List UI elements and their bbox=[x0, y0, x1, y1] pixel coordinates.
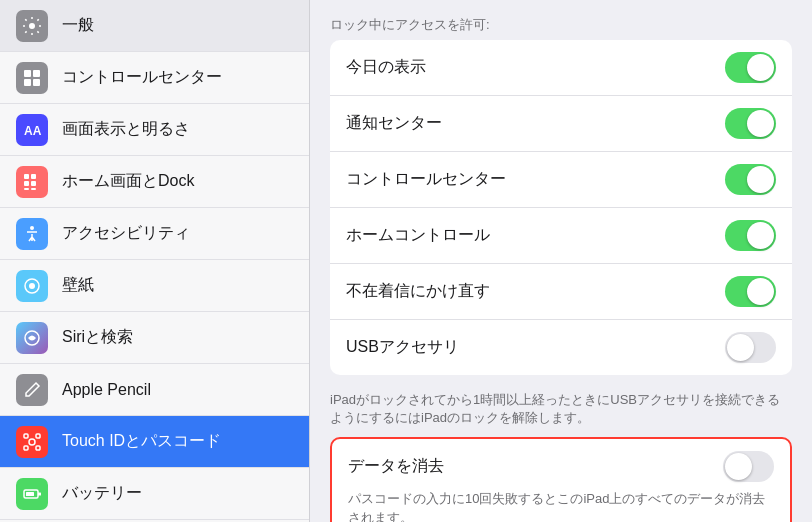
wallpaper-icon bbox=[16, 270, 48, 302]
toggle-today[interactable] bbox=[725, 52, 776, 83]
toggle-usb[interactable] bbox=[725, 332, 776, 363]
sidebar-item-access[interactable]: アクセシビリティ bbox=[0, 208, 309, 260]
toggle-knob bbox=[725, 453, 752, 480]
sidebar-item-label-touchid: Touch IDとパスコード bbox=[62, 431, 221, 452]
sidebar-item-display[interactable]: AA画面表示と明るさ bbox=[0, 104, 309, 156]
sidebar-item-label-home: ホーム画面とDock bbox=[62, 171, 194, 192]
delete-data-section: データを消去 パスコードの入力に10回失敗するとこのiPad上のすべてのデータが… bbox=[330, 437, 792, 522]
sidebar-item-pencil[interactable]: Apple Pencil bbox=[0, 364, 309, 416]
sidebar-item-general[interactable]: 一般 bbox=[0, 0, 309, 52]
svg-rect-17 bbox=[36, 434, 40, 438]
toggle-notification[interactable] bbox=[725, 108, 776, 139]
toggle-knob-home_control bbox=[747, 222, 774, 249]
settings-row-usb: USBアクセサリ bbox=[330, 320, 792, 375]
svg-rect-9 bbox=[31, 181, 36, 186]
svg-point-20 bbox=[29, 439, 35, 445]
sidebar: 一般コントロールセンターAA画面表示と明るさホーム画面とDockアクセシビリティ… bbox=[0, 0, 310, 522]
sidebar-item-label-display: 画面表示と明るさ bbox=[62, 119, 190, 140]
svg-rect-3 bbox=[24, 79, 31, 86]
svg-text:AA: AA bbox=[24, 124, 42, 138]
row-label-today: 今日の表示 bbox=[346, 57, 426, 78]
settings-row-home_control: ホームコントロール bbox=[330, 208, 792, 264]
toggle-knob-missed_calls bbox=[747, 278, 774, 305]
delete-toggle[interactable] bbox=[723, 451, 774, 482]
lock-access-group: 今日の表示通知センターコントロールセンターホームコントロール不在着信にかけ直すU… bbox=[330, 40, 792, 375]
toggle-knob-control_center bbox=[747, 166, 774, 193]
svg-rect-11 bbox=[31, 188, 36, 190]
svg-rect-19 bbox=[36, 446, 40, 450]
touchid-icon bbox=[16, 426, 48, 458]
svg-rect-23 bbox=[26, 492, 34, 496]
row-label-usb: USBアクセサリ bbox=[346, 337, 459, 358]
general-icon bbox=[16, 10, 48, 42]
sidebar-item-label-control: コントロールセンター bbox=[62, 67, 222, 88]
sidebar-item-label-general: 一般 bbox=[62, 15, 94, 36]
battery-icon bbox=[16, 478, 48, 510]
svg-point-12 bbox=[30, 226, 34, 230]
section-header: ロック中にアクセスを許可: bbox=[310, 0, 812, 40]
row-label-notification: 通知センター bbox=[346, 113, 442, 134]
sidebar-item-control[interactable]: コントロールセンター bbox=[0, 52, 309, 104]
usb-description: iPadがロックされてから1時間以上経ったときにUSBアクセサリを接続できるよう… bbox=[310, 391, 812, 437]
svg-rect-2 bbox=[33, 70, 40, 77]
sidebar-item-wallpaper[interactable]: 壁紙 bbox=[0, 260, 309, 312]
delete-label: データを消去 bbox=[348, 456, 444, 477]
svg-rect-8 bbox=[24, 181, 29, 186]
control-icon bbox=[16, 62, 48, 94]
svg-rect-18 bbox=[24, 446, 28, 450]
display-icon: AA bbox=[16, 114, 48, 146]
sidebar-item-label-battery: バッテリー bbox=[62, 483, 142, 504]
sidebar-item-label-wallpaper: 壁紙 bbox=[62, 275, 94, 296]
toggle-home_control[interactable] bbox=[725, 220, 776, 251]
toggle-knob-usb bbox=[727, 334, 754, 361]
sidebar-item-siri[interactable]: Siriと検索 bbox=[0, 312, 309, 364]
svg-rect-16 bbox=[24, 434, 28, 438]
row-label-home_control: ホームコントロール bbox=[346, 225, 490, 246]
svg-rect-4 bbox=[33, 79, 40, 86]
delete-description: パスコードの入力に10回失敗するとこのiPad上のすべてのデータが消去されます。 bbox=[348, 490, 774, 522]
svg-point-0 bbox=[29, 23, 35, 29]
toggle-control_center[interactable] bbox=[725, 164, 776, 195]
pencil-icon bbox=[16, 374, 48, 406]
home-icon bbox=[16, 166, 48, 198]
row-label-missed_calls: 不在着信にかけ直す bbox=[346, 281, 490, 302]
settings-row-missed_calls: 不在着信にかけ直す bbox=[330, 264, 792, 320]
settings-row-notification: 通知センター bbox=[330, 96, 792, 152]
svg-rect-1 bbox=[24, 70, 31, 77]
sidebar-item-battery[interactable]: バッテリー bbox=[0, 468, 309, 520]
access-icon bbox=[16, 218, 48, 250]
siri-icon bbox=[16, 322, 48, 354]
row-label-control_center: コントロールセンター bbox=[346, 169, 506, 190]
toggle-missed_calls[interactable] bbox=[725, 276, 776, 307]
svg-rect-10 bbox=[24, 188, 29, 190]
toggle-knob-today bbox=[747, 54, 774, 81]
svg-point-14 bbox=[29, 283, 35, 289]
sidebar-item-label-access: アクセシビリティ bbox=[62, 223, 190, 244]
svg-rect-22 bbox=[38, 492, 41, 495]
svg-rect-6 bbox=[24, 174, 29, 179]
sidebar-item-label-siri: Siriと検索 bbox=[62, 327, 133, 348]
sidebar-item-home[interactable]: ホーム画面とDock bbox=[0, 156, 309, 208]
svg-rect-7 bbox=[31, 174, 36, 179]
settings-row-today: 今日の表示 bbox=[330, 40, 792, 96]
settings-row-control_center: コントロールセンター bbox=[330, 152, 792, 208]
sidebar-item-label-pencil: Apple Pencil bbox=[62, 381, 151, 399]
main-content: ロック中にアクセスを許可: 今日の表示通知センターコントロールセンターホームコン… bbox=[310, 0, 812, 522]
sidebar-item-touchid[interactable]: Touch IDとパスコード bbox=[0, 416, 309, 468]
toggle-knob-notification bbox=[747, 110, 774, 137]
